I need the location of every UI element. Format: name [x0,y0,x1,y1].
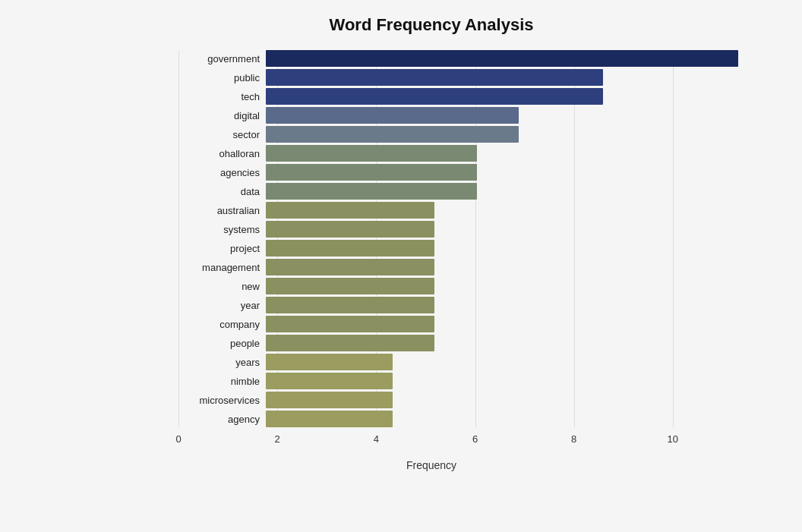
bar-track [266,316,772,332]
bar-row: year [178,297,772,313]
bar-row: tech [178,88,772,105]
chart-container: Word Frequency Analysis governmentpublic… [0,0,802,532]
bar-row: government [178,50,772,67]
bar-row: years [178,354,772,370]
bar-fill [266,335,434,351]
bar-label: nimble [178,376,266,387]
x-tick: 0 [175,433,181,445]
x-axis: 0246810 [91,433,772,456]
bar-fill [266,354,393,370]
chart-bars: governmentpublictechdigitalsectorohallor… [178,50,772,427]
x-tick: 2 [275,433,280,445]
bar-label: people [178,338,266,349]
bar-label: agencies [178,167,266,178]
x-axis-label: Frequency [91,459,772,471]
bar-fill [266,50,738,67]
bar-track [266,69,772,86]
chart-title: Word Frequency Analysis [91,15,772,35]
bar-fill [266,297,434,313]
bar-row: systems [178,221,772,238]
bar-track [266,202,772,219]
bar-row: people [178,335,772,351]
bar-label: management [178,262,266,273]
bar-row: nimble [178,373,772,389]
bar-row: company [178,316,772,332]
bar-fill [266,221,434,238]
bar-label: public [178,72,266,83]
bar-fill [266,259,434,275]
bar-label: australian [178,205,266,216]
bar-fill [266,316,434,332]
bar-track [266,164,772,181]
bar-fill [266,107,519,124]
bar-fill [266,164,477,181]
bar-fill [266,126,519,143]
bar-label: ohalloran [178,148,266,159]
bar-label: government [178,53,266,65]
bar-label: microservices [178,395,266,406]
bar-fill [266,373,393,389]
bar-row: data [178,183,772,200]
bar-track [266,240,772,257]
bar-track [266,411,772,427]
bar-label: digital [178,110,266,121]
bar-row: digital [178,107,772,124]
bar-track [266,126,772,143]
x-tick: 6 [472,433,478,445]
bar-fill [266,240,434,257]
bar-fill [266,145,477,162]
bar-track [266,354,772,370]
bar-label: tech [178,91,266,102]
bar-row: management [178,259,772,275]
x-tick: 10 [668,433,678,445]
bar-label: project [178,243,266,254]
bar-row: agencies [178,164,772,181]
bar-track [266,373,772,389]
bar-track [266,221,772,238]
bar-row: ohalloran [178,145,772,162]
bar-row: project [178,240,772,257]
bar-row: sector [178,126,772,143]
bar-track [266,259,772,275]
bar-fill [266,411,393,427]
bar-fill [266,278,434,294]
bar-track [266,183,772,200]
bar-track [266,107,772,124]
bar-label: company [178,319,266,330]
x-tick: 8 [571,433,576,445]
bar-label: year [178,300,266,311]
bar-label: new [178,281,266,292]
bar-row: microservices [178,392,772,408]
bar-label: years [178,357,266,368]
bar-row: australian [178,202,772,219]
bar-fill [266,392,393,408]
bar-track [266,392,772,408]
bar-fill [266,202,434,219]
bar-label: systems [178,224,266,235]
bar-row: new [178,278,772,294]
bar-track [266,278,772,294]
bar-row: agency [178,411,772,427]
bar-label: agency [178,414,266,425]
x-tick: 4 [374,433,379,445]
bar-row: public [178,69,772,86]
bar-fill [266,183,477,200]
bar-track [266,88,772,105]
bar-track [266,335,772,351]
bar-label: sector [178,129,266,140]
bar-fill [266,88,603,105]
bar-track [266,145,772,162]
bar-track [266,297,772,313]
bar-fill [266,69,603,86]
bar-label: data [178,186,266,197]
bar-track [266,50,772,67]
